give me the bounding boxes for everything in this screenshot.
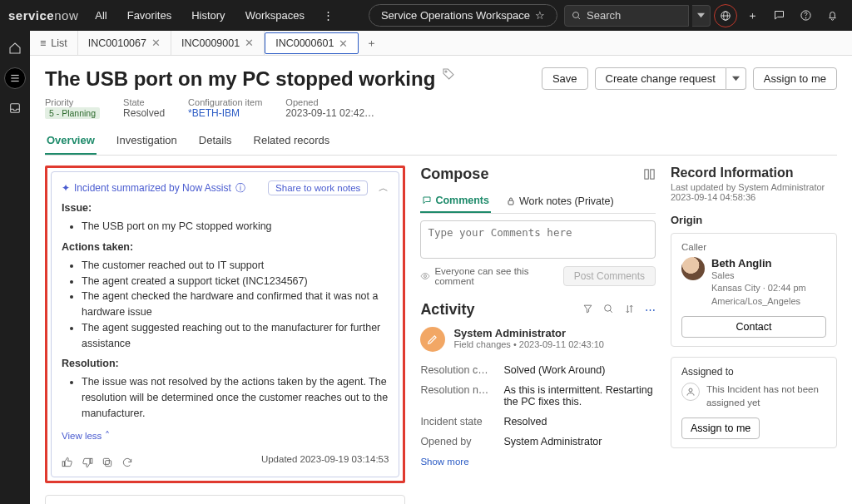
tab-inc0010067[interactable]: INC0010067 ✕ bbox=[78, 31, 171, 55]
plus-icon[interactable]: ＋ bbox=[741, 4, 764, 27]
rail-inbox-icon[interactable] bbox=[4, 97, 26, 119]
activity-timestamp: Field changes • 2023-09-11 02:43:10 bbox=[453, 339, 604, 349]
svg-rect-18 bbox=[508, 200, 513, 205]
left-rail bbox=[0, 31, 30, 504]
copy-icon[interactable] bbox=[102, 457, 113, 468]
view-less-link[interactable]: View less ˄ bbox=[62, 430, 110, 442]
refresh-icon[interactable] bbox=[121, 457, 133, 468]
record-content: The USB port on my PC stopped working Sa… bbox=[30, 56, 852, 504]
create-change-button[interactable]: Create change request bbox=[595, 67, 726, 90]
now-assist-card: ✦ Incident summarized by Now Assist ⓘ Sh… bbox=[51, 171, 399, 477]
compose-tab-comments[interactable]: Comments bbox=[420, 190, 491, 213]
tab-inc0009001[interactable]: INC0009001 ✕ bbox=[171, 31, 265, 55]
close-icon[interactable]: ✕ bbox=[339, 37, 348, 50]
filter-icon[interactable] bbox=[582, 304, 593, 316]
show-more-link[interactable]: Show more bbox=[420, 457, 656, 467]
search-icon bbox=[572, 11, 582, 21]
configuration-item-link[interactable]: *BETH-IBM bbox=[188, 107, 262, 119]
global-header: servicenow All Favorites History Workspa… bbox=[0, 0, 852, 31]
record-tabstrip: ≡ List INC0010067 ✕ INC0009001 ✕ INC0000… bbox=[30, 31, 852, 56]
svg-line-21 bbox=[610, 310, 612, 313]
global-search[interactable]: Search bbox=[564, 5, 689, 27]
svg-point-20 bbox=[605, 305, 612, 312]
bell-icon[interactable] bbox=[820, 4, 844, 27]
chat-icon[interactable] bbox=[767, 4, 790, 27]
subtab-details[interactable]: Details bbox=[197, 127, 234, 155]
assigned-empty-text: This Incident has not been assigned yet bbox=[706, 383, 826, 409]
share-to-worknotes-button[interactable]: Share to work notes bbox=[268, 180, 368, 195]
nav-more-icon[interactable]: ⋮ bbox=[316, 6, 340, 25]
assist-issue-heading: Issue: bbox=[62, 202, 389, 214]
person-icon bbox=[681, 383, 700, 401]
nav-workspaces[interactable]: Workspaces bbox=[237, 4, 313, 27]
svg-rect-16 bbox=[645, 170, 648, 179]
assist-title: Incident summarized by Now Assist bbox=[74, 182, 231, 194]
avatar bbox=[681, 257, 705, 280]
record-subtabs: Overview Investigation Details Related r… bbox=[45, 127, 837, 156]
activity-field-changes: Resolution c…Solved (Work Around) Resolu… bbox=[420, 360, 656, 452]
more-icon[interactable]: ⋯ bbox=[645, 304, 656, 316]
svg-point-19 bbox=[424, 275, 427, 278]
visibility-text: Everyone can see this comment bbox=[434, 266, 534, 286]
assist-resolution-list: The issue was not resolved by the action… bbox=[62, 374, 389, 421]
close-icon[interactable]: ✕ bbox=[245, 37, 254, 49]
thumbs-up-icon[interactable] bbox=[62, 457, 73, 468]
summary-card: Summary Short description ︿ The USB port… bbox=[45, 495, 405, 505]
priority-badge: 5 - Planning bbox=[45, 107, 100, 119]
save-button[interactable]: Save bbox=[542, 67, 588, 90]
highlight-box: ✦ Incident summarized by Now Assist ⓘ Sh… bbox=[45, 166, 405, 483]
rail-home-icon[interactable] bbox=[4, 37, 26, 59]
svg-line-1 bbox=[578, 17, 581, 19]
eye-icon bbox=[420, 271, 430, 281]
chevron-up-icon[interactable]: ︿ bbox=[379, 181, 389, 195]
assist-resolution-heading: Resolution: bbox=[62, 358, 389, 369]
activity-title: Activity bbox=[420, 301, 474, 319]
edit-avatar-icon bbox=[420, 327, 445, 352]
svg-point-11 bbox=[445, 71, 447, 72]
nav-history[interactable]: History bbox=[183, 4, 233, 27]
create-change-dropdown[interactable] bbox=[726, 67, 746, 90]
chevron-up-icon: ˄ bbox=[105, 431, 110, 441]
compose-tab-worknotes[interactable]: Work notes (Private) bbox=[504, 190, 616, 213]
search-dropdown[interactable] bbox=[692, 5, 711, 27]
page-title: The USB port on my PC stopped working bbox=[45, 67, 435, 91]
rail-list-icon[interactable] bbox=[4, 67, 26, 89]
record-meta: Priority5 - Planning StateResolved Confi… bbox=[45, 97, 837, 119]
search-icon[interactable] bbox=[603, 304, 614, 316]
svg-rect-13 bbox=[91, 458, 92, 463]
caller-label: Caller bbox=[681, 242, 826, 252]
nav-all[interactable]: All bbox=[87, 4, 115, 27]
post-comments-button[interactable]: Post Comments bbox=[563, 266, 656, 286]
help-icon[interactable] bbox=[794, 4, 817, 27]
search-placeholder: Search bbox=[587, 9, 621, 22]
subtab-related[interactable]: Related records bbox=[252, 127, 332, 155]
logo[interactable]: servicenow bbox=[8, 8, 78, 22]
info-icon[interactable]: ⓘ bbox=[235, 181, 245, 195]
workspace-pill[interactable]: Service Operations Workspace ☆ bbox=[369, 4, 557, 27]
thumbs-down-icon[interactable] bbox=[82, 457, 93, 468]
sort-icon[interactable] bbox=[624, 304, 635, 316]
tab-list[interactable]: ≡ List bbox=[30, 31, 78, 55]
assigned-label: Assigned to bbox=[681, 366, 826, 378]
nav-favorites[interactable]: Favorites bbox=[119, 4, 180, 27]
globe-icon[interactable] bbox=[714, 4, 737, 27]
assign-to-me-button-side[interactable]: Assign to me bbox=[681, 418, 760, 439]
subtab-investigation[interactable]: Investigation bbox=[115, 127, 179, 155]
compose-textarea[interactable] bbox=[420, 220, 656, 259]
close-icon[interactable]: ✕ bbox=[151, 37, 161, 49]
subtab-overview[interactable]: Overview bbox=[45, 127, 97, 155]
svg-rect-12 bbox=[62, 461, 64, 466]
assist-actions-heading: Actions taken: bbox=[62, 241, 389, 253]
list-icon: ≡ bbox=[40, 37, 46, 49]
layout-icon[interactable] bbox=[643, 168, 656, 180]
caller-name[interactable]: Beth Anglin bbox=[711, 257, 806, 269]
contact-button[interactable]: Contact bbox=[681, 316, 826, 338]
tab-inc0000601[interactable]: INC0000601 ✕ bbox=[265, 32, 359, 54]
add-tab-button[interactable]: ＋ bbox=[359, 31, 384, 55]
activity-author: System Administrator bbox=[453, 327, 604, 339]
svg-point-0 bbox=[573, 12, 579, 17]
assign-to-me-button[interactable]: Assign to me bbox=[753, 67, 837, 90]
svg-rect-10 bbox=[11, 104, 20, 113]
svg-rect-17 bbox=[651, 170, 654, 179]
tag-icon[interactable] bbox=[442, 67, 455, 81]
